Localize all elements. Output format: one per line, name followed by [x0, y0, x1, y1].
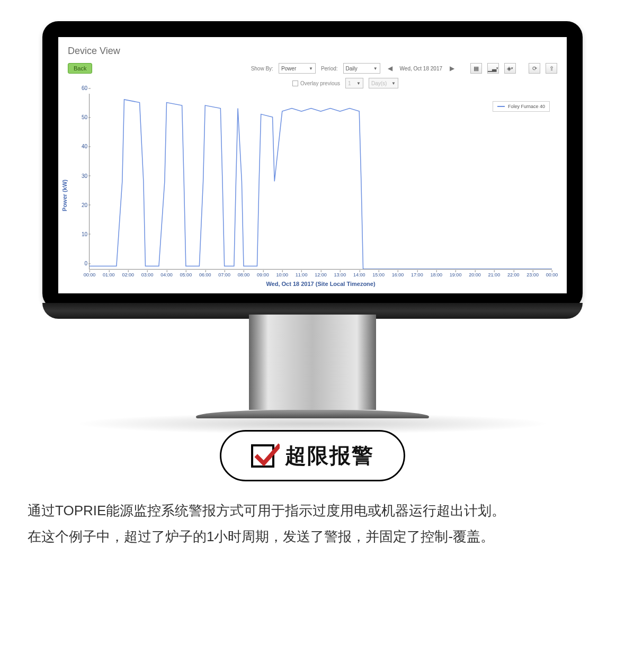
x-tick: 22:00: [507, 272, 520, 277]
back-button[interactable]: Back: [68, 63, 92, 74]
y-tick: 20: [74, 202, 87, 208]
show-by-select[interactable]: Power ▼: [279, 63, 316, 74]
chevron-down-icon: ▼: [309, 66, 313, 71]
grid-icon-button[interactable]: ▦: [470, 63, 482, 74]
toolbar-row-1: Back Show By: Power ▼ Period: Daily ▼ ◀ …: [68, 61, 557, 76]
overlay-checkbox[interactable]: Overlay previous: [292, 80, 340, 86]
x-tick: 04:00: [160, 272, 173, 277]
x-tick: 21:00: [488, 272, 501, 277]
x-tick: 15:00: [372, 272, 385, 277]
x-tick: 00:00: [84, 272, 96, 277]
dashboard: Device View Back Show By: Power ▼ Period…: [58, 37, 567, 293]
x-tick: 14:00: [353, 272, 365, 277]
toolbar-row-2: Overlay previous 1 ▼ Day(s) ▼: [68, 76, 557, 91]
chevron-down-icon: ▼: [356, 81, 361, 86]
y-tick: 60: [74, 85, 87, 91]
page-title: Device View: [68, 46, 557, 57]
show-by-label: Show By:: [251, 66, 273, 71]
x-tick: 23:00: [526, 272, 539, 277]
chevron-down-icon: ▼: [391, 81, 396, 86]
chart-legend: Foley Furnace 40: [493, 101, 550, 112]
monitor-neck: [249, 315, 376, 410]
x-tick: 02:00: [122, 272, 134, 277]
chevron-down-icon: ▼: [373, 66, 378, 71]
x-axis-caption: Wed, Oct 18 2017 (Site Local Timezone): [90, 281, 552, 287]
chart-type-button[interactable]: ▁▃▾: [487, 63, 499, 74]
checkbox-icon: [292, 80, 298, 86]
legend-swatch: [497, 106, 505, 107]
checkbox-checked-icon: [251, 444, 274, 468]
feature-badge: 超限报警: [220, 430, 405, 481]
overlay-unit-select[interactable]: Day(s) ▼: [369, 78, 398, 88]
y-tick: 30: [74, 173, 87, 178]
x-tick: 13:00: [334, 272, 346, 277]
y-tick: 0: [74, 261, 87, 266]
description-line-2: 在这个例子中，超过了炉子的1小时周期，发送了警报，并固定了控制-覆盖。: [28, 524, 597, 550]
y-tick: 50: [74, 114, 87, 120]
description: 通过TOPRIE能源监控系统警报方式可用于指示过度用电或机器运行超出计划。 在这…: [28, 498, 597, 550]
monitor-frame: Device View Back Show By: Power ▼ Period…: [42, 21, 583, 309]
x-tick: 05:00: [180, 272, 192, 277]
monitor: Device View Back Show By: Power ▼ Period…: [42, 21, 583, 434]
x-tick: 00:00: [546, 272, 558, 277]
refresh-button[interactable]: ⟳: [529, 63, 540, 74]
overlay-label: Overlay previous: [300, 80, 340, 86]
period-label: Period:: [321, 66, 338, 71]
period-value: Daily: [346, 66, 358, 71]
x-tick: 20:00: [469, 272, 481, 277]
next-date-button[interactable]: ▶: [448, 65, 457, 72]
x-tick: 09:00: [257, 272, 269, 277]
chart-svg: [90, 94, 552, 269]
prev-date-button[interactable]: ◀: [386, 65, 395, 72]
export-button[interactable]: ⇪: [546, 63, 557, 74]
x-tick: 11:00: [296, 272, 308, 277]
period-select[interactable]: Daily ▼: [343, 63, 380, 74]
x-tick: 01:00: [103, 272, 115, 277]
x-tick: 18:00: [430, 272, 442, 277]
x-tick: 17:00: [411, 272, 423, 277]
screen: Device View Back Show By: Power ▼ Period…: [58, 37, 567, 293]
x-tick: 16:00: [392, 272, 404, 277]
date-label: Wed, Oct 18 2017: [400, 66, 442, 71]
description-line-1: 通过TOPRIE能源监控系统警报方式可用于指示过度用电或机器运行超出计划。: [28, 498, 597, 524]
layers-button[interactable]: ◈▾: [504, 63, 516, 74]
x-tick: 07:00: [218, 272, 230, 277]
plot-area: Foley Furnace 40 Wed, Oct 18 2017 (Site …: [89, 94, 552, 270]
y-tick: 40: [74, 144, 87, 149]
x-tick: 19:00: [450, 272, 462, 277]
overlay-count: 1: [348, 80, 351, 86]
legend-label: Foley Furnace 40: [508, 104, 545, 109]
x-tick: 03:00: [141, 272, 154, 277]
overlay-count-select[interactable]: 1 ▼: [345, 78, 363, 88]
series-line: [90, 100, 552, 269]
x-tick: 10:00: [276, 272, 288, 277]
x-tick: 08:00: [238, 272, 250, 277]
x-tick: 12:00: [315, 272, 327, 277]
y-tick: 10: [74, 231, 87, 237]
chart: Power (kW) Foley Furnace 40 Wed, Oct 18 …: [68, 94, 557, 291]
y-axis-label: Power (kW): [61, 180, 68, 211]
feature-title: 超限报警: [285, 441, 374, 470]
show-by-value: Power: [281, 66, 296, 71]
overlay-unit: Day(s): [371, 80, 387, 86]
x-tick: 06:00: [199, 272, 211, 277]
